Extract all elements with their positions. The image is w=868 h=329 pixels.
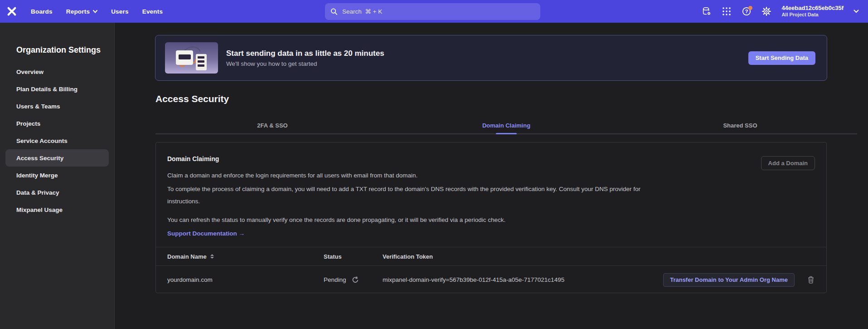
notification-badge	[748, 6, 752, 10]
project-selector[interactable]: 44eebad12c65eb0c35f All Project Data	[781, 5, 844, 18]
card-description-3: You can refresh the status to manually v…	[167, 214, 505, 226]
nav-item-events[interactable]: Events	[142, 8, 163, 15]
top-navigation: Boards Reports Users Events ?	[0, 0, 868, 23]
sidebar-item-identity-merge[interactable]: Identity Merge	[0, 167, 114, 184]
nav-item-boards[interactable]: Boards	[31, 8, 53, 15]
tab-2fa-sso[interactable]: 2FA & SSO	[155, 117, 389, 133]
organization-settings-sidebar: Organization Settings Overview Plan Deta…	[0, 23, 115, 329]
column-header-verification-token: Verification Token	[383, 253, 826, 260]
sort-icon[interactable]	[210, 254, 214, 259]
verification-token-cell: mixpanel-domain-verify=567b39be-012f-415…	[383, 276, 663, 283]
banner-subtitle: We'll show you how to get started	[226, 60, 384, 67]
data-management-icon[interactable]	[702, 6, 712, 16]
mixpanel-logo-icon[interactable]	[6, 6, 17, 17]
sidebar-title: Organization Settings	[16, 45, 101, 55]
status-badge: Pending	[324, 276, 346, 283]
card-description-2: To complete the process of claiming a do…	[167, 183, 648, 207]
help-icon[interactable]: ?	[742, 6, 752, 16]
access-security-tabs: 2FA & SSO Domain Claiming Shared SSO	[155, 117, 857, 134]
sidebar-item-mixpanel-usage[interactable]: Mixpanel Usage	[0, 201, 114, 218]
sidebar-item-access-security[interactable]: Access Security	[5, 149, 109, 167]
onboarding-banner: Start sending data in as little as 20 mi…	[155, 35, 827, 81]
sidebar-item-data-privacy[interactable]: Data & Privacy	[0, 184, 114, 201]
illustration-detail	[176, 50, 193, 65]
support-documentation-link[interactable]: Support Documentation →	[167, 227, 245, 240]
refresh-icon	[352, 276, 359, 284]
search-input[interactable]	[342, 8, 535, 15]
refresh-status-button[interactable]	[352, 276, 359, 284]
domain-name-cell: yourdomain.com	[167, 276, 324, 283]
sidebar-item-overview[interactable]: Overview	[0, 63, 114, 80]
svg-text:?: ?	[745, 9, 748, 14]
column-header-status: Status	[324, 253, 383, 260]
page-title: Access Security	[155, 93, 229, 104]
tab-shared-sso[interactable]: Shared SSO	[623, 117, 857, 133]
table-header-row: Domain Name Status Verification Token	[156, 247, 826, 266]
transfer-domain-button[interactable]: Transfer Domain to Your Admin Org Name	[663, 273, 795, 287]
delete-domain-button[interactable]	[807, 276, 815, 284]
sidebar-item-users-teams[interactable]: Users & Teams	[0, 98, 114, 115]
card-title: Domain Claiming	[167, 155, 219, 162]
sidebar-item-plan-details-billing[interactable]: Plan Details & Billing	[0, 80, 114, 98]
active-tab-indicator	[496, 133, 517, 134]
apps-grid-icon[interactable]	[722, 6, 732, 16]
start-sending-data-button[interactable]: Start Sending Data	[748, 51, 815, 65]
global-search[interactable]	[325, 3, 540, 20]
add-domain-button[interactable]: Add a Domain	[761, 156, 815, 170]
chevron-down-icon	[93, 10, 97, 13]
nav-item-reports[interactable]: Reports	[66, 8, 97, 15]
settings-gear-icon[interactable]	[761, 6, 771, 16]
status-cell: Pending	[324, 276, 383, 284]
illustration-detail	[196, 54, 207, 70]
column-header-domain-name[interactable]: Domain Name	[167, 253, 324, 260]
sidebar-item-projects[interactable]: Projects	[0, 115, 114, 132]
sidebar-item-service-accounts[interactable]: Service Accounts	[0, 132, 114, 149]
nav-item-users[interactable]: Users	[111, 8, 129, 15]
search-icon	[330, 8, 338, 15]
banner-illustration	[165, 42, 218, 74]
trash-icon	[807, 276, 815, 284]
chevron-down-icon[interactable]	[853, 10, 859, 13]
project-id: 44eebad12c65eb0c35f	[781, 5, 844, 12]
card-description-1: Claim a domain and enforce the login req…	[167, 169, 417, 182]
project-scope: All Project Data	[781, 12, 844, 18]
table-row: yourdomain.com Pending mixpanel-domain-v…	[156, 266, 826, 294]
domain-claiming-card: Domain Claiming Claim a domain and enfor…	[155, 142, 827, 293]
tab-domain-claiming[interactable]: Domain Claiming	[389, 117, 623, 133]
banner-title: Start sending data in as little as 20 mi…	[226, 49, 384, 58]
